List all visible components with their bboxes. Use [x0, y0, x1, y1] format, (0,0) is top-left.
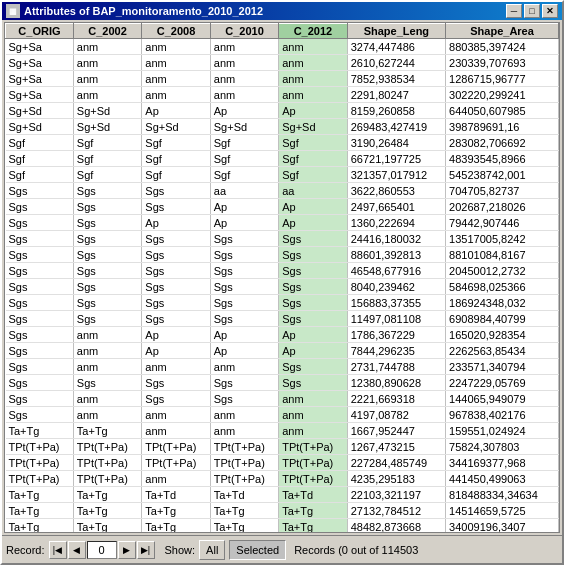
table-cell: Sgs — [6, 391, 74, 407]
table-cell: 441450,499063 — [446, 471, 559, 487]
table-row[interactable]: Ta+TgTa+Tganmanmanm1667,952447159551,024… — [6, 423, 559, 439]
prev-record-button[interactable]: ◀ — [68, 541, 86, 559]
table-cell: 2497,665401 — [347, 199, 445, 215]
table-cell: 202687,218026 — [446, 199, 559, 215]
table-row[interactable]: Sg+Saanmanmanmanm2291,80247302220,299241 — [6, 87, 559, 103]
table-row[interactable]: Sg+Saanmanmanmanm7852,9385341286715,9677… — [6, 71, 559, 87]
column-header-shape_leng[interactable]: Shape_Leng — [347, 24, 445, 39]
table-cell: Sgs — [73, 375, 141, 391]
table-cell: 584698,025366 — [446, 279, 559, 295]
table-cell: 4197,08782 — [347, 407, 445, 423]
table-cell: Sgs — [210, 247, 278, 263]
table-row[interactable]: Sg+Saanmanmanmanm2610,627244230339,70769… — [6, 55, 559, 71]
table-cell: Sgs — [210, 231, 278, 247]
table-cell: 8159,260858 — [347, 103, 445, 119]
table-row[interactable]: SgsanmApApAp7844,2962352262563,85434 — [6, 343, 559, 359]
table-cell: TPt(T+Pa) — [279, 455, 347, 471]
table-cell: anm — [73, 55, 141, 71]
table-row[interactable]: SgsSgsSgsSgsSgs88601,39281388101084,8167 — [6, 247, 559, 263]
table-row[interactable]: Ta+TgTa+TgTa+TgTa+TgTa+Tg27132,784512145… — [6, 503, 559, 519]
table-cell: 344169377,968 — [446, 455, 559, 471]
table-cell: anm — [210, 423, 278, 439]
column-header-c_2012[interactable]: C_2012 — [279, 24, 347, 39]
maximize-button[interactable]: □ — [524, 4, 540, 18]
table-cell: 75824,307803 — [446, 439, 559, 455]
table-cell: 22103,321197 — [347, 487, 445, 503]
table-row[interactable]: Sgsanmanmanmanm4197,08782967838,402176 — [6, 407, 559, 423]
column-header-c_2010[interactable]: C_2010 — [210, 24, 278, 39]
table-row[interactable]: Ta+TgTa+TgTa+TdTa+TdTa+Td22103,321197818… — [6, 487, 559, 503]
table-cell: 34009196,3407 — [446, 519, 559, 534]
table-cell: Sgs — [6, 215, 74, 231]
table-cell: Sgs — [142, 247, 210, 263]
table-cell: 269483,427419 — [347, 119, 445, 135]
column-header-c_2002[interactable]: C_2002 — [73, 24, 141, 39]
table-cell: 144065,949079 — [446, 391, 559, 407]
selected-button[interactable]: Selected — [229, 540, 286, 560]
table-row[interactable]: SgsanmSgsSgsanm2221,669318144065,949079 — [6, 391, 559, 407]
table-row[interactable]: SgsSgsApApAp1360,22269479442,907446 — [6, 215, 559, 231]
first-record-button[interactable]: |◀ — [49, 541, 67, 559]
table-row[interactable]: TPt(T+Pa)TPt(T+Pa)TPt(T+Pa)TPt(T+Pa)TPt(… — [6, 455, 559, 471]
attribute-table[interactable]: C_ORIGC_2002C_2008C_2010C_2012Shape_Leng… — [4, 22, 560, 533]
table-cell: Sgs — [279, 375, 347, 391]
table-cell: 20450012,2732 — [446, 263, 559, 279]
close-button[interactable]: ✕ — [542, 4, 558, 18]
table-row[interactable]: TPt(T+Pa)TPt(T+Pa)TPt(T+Pa)TPt(T+Pa)TPt(… — [6, 439, 559, 455]
table-cell: 1286715,96777 — [446, 71, 559, 87]
table-cell: anm — [142, 423, 210, 439]
table-row[interactable]: TPt(T+Pa)TPt(T+Pa)anmTPt(T+Pa)TPt(T+Pa)4… — [6, 471, 559, 487]
table-cell: Sgf — [210, 167, 278, 183]
table-cell: aa — [279, 183, 347, 199]
table-row[interactable]: SgfSgfSgfSgfSgf3190,26484283082,706692 — [6, 135, 559, 151]
table-cell: Ap — [210, 199, 278, 215]
table-row[interactable]: Sg+Saanmanmanmanm3274,447486880385,39742… — [6, 39, 559, 55]
table-row[interactable]: Sg+SdSg+SdSg+SdSg+SdSg+Sd269483,42741939… — [6, 119, 559, 135]
all-button[interactable]: All — [199, 540, 225, 560]
table-cell: Sgs — [210, 295, 278, 311]
table-row[interactable]: SgsSgsSgsApAp2497,665401202687,218026 — [6, 199, 559, 215]
table-row[interactable]: SgsSgsSgsSgsSgs46548,67791620450012,2732 — [6, 263, 559, 279]
table-cell: TPt(T+Pa) — [142, 439, 210, 455]
table-cell: Sgf — [210, 135, 278, 151]
table-cell: 79442,907446 — [446, 215, 559, 231]
table-row[interactable]: SgsSgsSgsSgsSgs24416,18003213517005,8242 — [6, 231, 559, 247]
table-row[interactable]: SgsSgsSgsSgsSgs156883,37355186924348,032 — [6, 295, 559, 311]
table-cell: anm — [73, 39, 141, 55]
table-row[interactable]: Ta+TgTa+TgTa+TgTa+TgTa+Tg48482,873668340… — [6, 519, 559, 534]
table-cell: anm — [279, 391, 347, 407]
minimize-button[interactable]: ─ — [506, 4, 522, 18]
table-cell: Sgs — [279, 359, 347, 375]
table-cell: Ta+Td — [142, 487, 210, 503]
table-row[interactable]: SgfSgfSgfSgfSgf321357,017912545238742,00… — [6, 167, 559, 183]
table-cell: Ap — [210, 327, 278, 343]
table-row[interactable]: SgsSgsSgsSgsSgs8040,239462584698,025366 — [6, 279, 559, 295]
table-row[interactable]: SgfSgfSgfSgfSgf66721,19772548393545,8966 — [6, 151, 559, 167]
table-cell: Sgf — [142, 167, 210, 183]
table-cell: anm — [279, 39, 347, 55]
table-row[interactable]: SgsSgsSgsSgsSgs12380,8906282247229,05769 — [6, 375, 559, 391]
table-cell: Sgs — [73, 199, 141, 215]
table-row[interactable]: SgsanmApApAp1786,367229165020,928354 — [6, 327, 559, 343]
table-cell: Sgs — [6, 183, 74, 199]
table-row[interactable]: Sg+SdSg+SdApApAp8159,260858644050,607985 — [6, 103, 559, 119]
table-cell: 48482,873668 — [347, 519, 445, 534]
last-record-button[interactable]: ▶| — [137, 541, 155, 559]
table-row[interactable]: SgsSgsSgsSgsSgs11497,0811086908984,40799 — [6, 311, 559, 327]
next-record-button[interactable]: ▶ — [118, 541, 136, 559]
table-cell: 644050,607985 — [446, 103, 559, 119]
table-cell: 7844,296235 — [347, 343, 445, 359]
column-header-c_2008[interactable]: C_2008 — [142, 24, 210, 39]
record-number-input[interactable] — [87, 541, 117, 559]
table-cell: 12380,890628 — [347, 375, 445, 391]
table-cell: anm — [279, 423, 347, 439]
table-cell: TPt(T+Pa) — [73, 455, 141, 471]
table-cell: Sg+Sd — [6, 119, 74, 135]
table-row[interactable]: SgsanmanmanmSgs2731,744788233571,340794 — [6, 359, 559, 375]
column-header-c_orig[interactable]: C_ORIG — [6, 24, 74, 39]
column-header-shape_area[interactable]: Shape_Area — [446, 24, 559, 39]
table-cell: Sgf — [210, 151, 278, 167]
table-cell: Sgf — [279, 135, 347, 151]
table-row[interactable]: SgsSgsSgsaaaa3622,860553704705,82737 — [6, 183, 559, 199]
table-cell: anm — [210, 71, 278, 87]
